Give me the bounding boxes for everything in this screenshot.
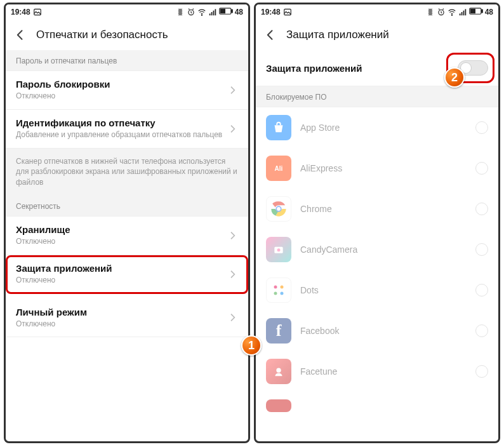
row-sub: Отключено bbox=[16, 319, 227, 330]
row-storage[interactable]: Хранилище Отключено bbox=[6, 217, 248, 255]
app-name: Dots bbox=[300, 285, 475, 295]
status-bar: 19:48 48 bbox=[256, 4, 498, 20]
app-checkbox[interactable] bbox=[475, 203, 488, 215]
chevron-right-icon bbox=[227, 312, 238, 323]
app-row-aliexpress[interactable]: Ali AliExpress bbox=[256, 148, 498, 189]
signal-icon bbox=[458, 8, 467, 17]
back-button[interactable] bbox=[13, 28, 27, 42]
row-fingerprint-id[interactable]: Идентификация по отпечатку Добавление и … bbox=[6, 110, 248, 149]
app-row-appstore[interactable]: App Store bbox=[256, 107, 498, 148]
app-name: Facetune bbox=[300, 366, 475, 377]
status-battery: 48 bbox=[235, 8, 243, 17]
svg-rect-6 bbox=[215, 9, 216, 15]
signal-icon bbox=[208, 8, 217, 17]
alarm-icon bbox=[187, 8, 196, 17]
app-checkbox[interactable] bbox=[475, 324, 488, 337]
app-icon bbox=[266, 196, 291, 222]
svg-rect-8 bbox=[231, 10, 232, 13]
section-header-blocked: Блокируемое ПО bbox=[256, 86, 498, 107]
section-header-password: Пароль и отпечатки пальцев bbox=[6, 50, 248, 71]
svg-point-28 bbox=[281, 292, 284, 295]
svg-rect-13 bbox=[459, 13, 460, 15]
app-checkbox[interactable] bbox=[475, 365, 488, 378]
chevron-right-icon bbox=[227, 269, 238, 280]
section-header-privacy: Секретность bbox=[6, 196, 248, 217]
svg-point-22 bbox=[277, 207, 281, 211]
page-title: Отпечатки и безопасность bbox=[36, 29, 168, 41]
svg-rect-16 bbox=[465, 9, 466, 15]
svg-point-26 bbox=[281, 286, 284, 289]
svg-rect-9 bbox=[220, 9, 225, 13]
row-lock-password[interactable]: Пароль блокировки Отключено bbox=[6, 71, 248, 110]
app-row-dots[interactable]: Dots bbox=[256, 270, 498, 310]
alarm-icon bbox=[437, 8, 446, 17]
chevron-right-icon bbox=[227, 84, 238, 96]
row-sub: Добавление и управление образцами отпеча… bbox=[16, 130, 227, 140]
app-name: AliExpress bbox=[300, 163, 475, 173]
app-row-candycamera[interactable]: CandyCamera bbox=[256, 229, 498, 270]
app-header: Отпечатки и безопасность bbox=[6, 20, 248, 50]
status-time: 19:48 bbox=[11, 8, 30, 17]
step-badge-2: 2 bbox=[444, 67, 465, 88]
row-sub: Отключено bbox=[16, 236, 227, 247]
svg-rect-3 bbox=[209, 13, 210, 15]
svg-point-29 bbox=[276, 368, 281, 373]
app-checkbox[interactable] bbox=[475, 162, 488, 175]
phone-frame-left: 19:48 48 Отпечатки и безопасность Пароль… bbox=[4, 3, 250, 443]
svg-rect-14 bbox=[461, 12, 462, 15]
app-icon bbox=[266, 237, 291, 262]
row-sub: Отключено bbox=[16, 275, 227, 286]
svg-point-27 bbox=[274, 292, 277, 295]
app-row-facebook[interactable]: f Facebook bbox=[256, 310, 498, 351]
image-icon bbox=[283, 8, 292, 17]
app-icon bbox=[266, 399, 291, 412]
app-list: App Store Ali AliExpress Chrome CandyCam… bbox=[256, 107, 498, 412]
app-checkbox[interactable] bbox=[475, 121, 488, 134]
row-sub: Отключено bbox=[16, 91, 227, 102]
app-row-facetune[interactable]: Facetune bbox=[256, 351, 498, 392]
app-icon bbox=[266, 359, 291, 384]
app-name: App Store bbox=[300, 123, 475, 133]
app-name: CandyCamera bbox=[300, 244, 475, 255]
svg-point-12 bbox=[451, 15, 452, 15]
app-icon bbox=[266, 115, 291, 140]
info-text: Сканер отпечатков в нижней части телефон… bbox=[6, 149, 248, 196]
toggle-label: Защита приложений bbox=[266, 63, 458, 74]
battery-icon bbox=[469, 8, 483, 17]
svg-rect-5 bbox=[213, 11, 214, 16]
svg-point-25 bbox=[274, 286, 277, 289]
svg-point-24 bbox=[277, 248, 281, 251]
svg-rect-18 bbox=[481, 10, 482, 13]
app-checkbox[interactable] bbox=[475, 243, 488, 256]
step-badge-1: 1 bbox=[241, 335, 262, 356]
svg-rect-15 bbox=[463, 11, 464, 16]
row-title: Защита приложений bbox=[16, 263, 227, 274]
svg-rect-4 bbox=[211, 12, 212, 15]
app-checkbox[interactable] bbox=[475, 284, 488, 297]
row-title: Идентификация по отпечатку bbox=[16, 117, 227, 128]
chevron-right-icon bbox=[227, 230, 238, 241]
wifi-icon bbox=[197, 8, 206, 17]
vibrate-icon bbox=[176, 8, 185, 17]
row-title: Личный режим bbox=[16, 307, 227, 317]
status-time: 19:48 bbox=[261, 8, 281, 17]
vibrate-icon bbox=[426, 8, 435, 17]
back-button[interactable] bbox=[263, 28, 277, 42]
phone-frame-right: 19:48 48 Защита приложений Защита прилож… bbox=[254, 3, 500, 443]
battery-icon bbox=[219, 8, 233, 17]
svg-rect-19 bbox=[470, 9, 475, 13]
status-battery: 48 bbox=[485, 8, 493, 17]
svg-point-2 bbox=[201, 15, 202, 15]
app-name: Facebook bbox=[300, 326, 475, 336]
row-title: Хранилище bbox=[16, 224, 227, 235]
app-icon: f bbox=[266, 318, 291, 344]
row-private-mode[interactable]: Личный режим Отключено bbox=[6, 299, 248, 338]
image-icon bbox=[33, 8, 42, 17]
wifi-icon bbox=[448, 8, 456, 17]
row-app-protection[interactable]: Защита приложений Отключено bbox=[6, 255, 248, 294]
app-icon bbox=[266, 277, 291, 303]
app-icon: Ali bbox=[266, 156, 291, 181]
chevron-right-icon bbox=[227, 123, 238, 135]
app-row-chrome[interactable]: Chrome bbox=[256, 189, 498, 229]
app-row-partial[interactable] bbox=[256, 392, 498, 412]
